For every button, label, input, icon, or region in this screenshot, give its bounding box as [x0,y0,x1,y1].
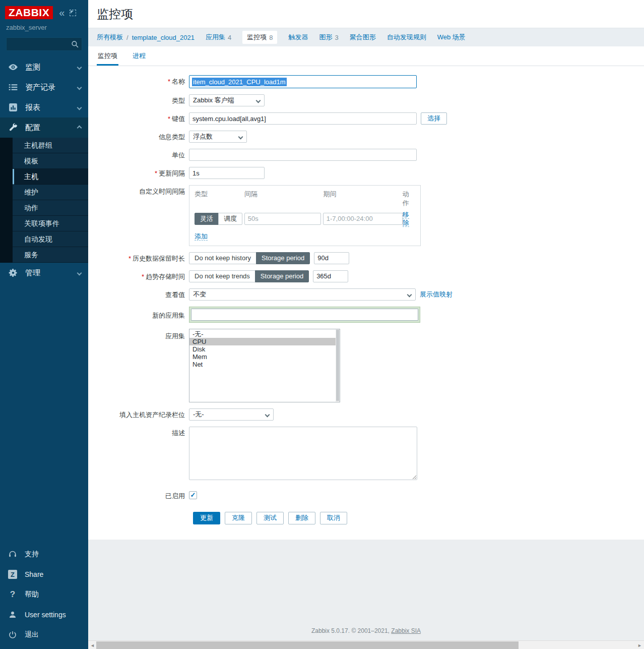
app-window: ZABBIX « zabbix_server 监测 资产记录 报表 [0,0,644,649]
required-mark: * [155,169,157,177]
scrollbar-thumb[interactable] [96,641,519,649]
delete-button[interactable]: 删除 [288,512,315,524]
nav-applications[interactable]: 应用集 4 [206,33,231,42]
history-period-field[interactable] [314,252,349,264]
form-row-description: 描述 [88,427,644,480]
type-label: 类型 [172,97,185,104]
scheduling-toggle[interactable]: 调度 [218,213,242,225]
nav-count: 3 [335,34,338,41]
listbox-scrollbar[interactable] [336,329,340,402]
sidebar-item-actions[interactable]: 动作 [0,200,88,216]
form-row-type: 类型 Zabbix 客户端 [88,94,644,106]
inventory-field-select[interactable]: -无- [189,408,274,421]
search-icon[interactable] [71,40,79,48]
sidebar-item-monitoring[interactable]: 监测 [0,57,88,77]
nav-triggers[interactable]: 触发器 [288,33,308,42]
tab-item[interactable]: 监控项 [97,46,118,66]
nav-web-scenarios[interactable]: Web 场景 [437,33,466,42]
trends-off-toggle[interactable]: Do not keep trends [189,270,255,282]
flexible-toggle[interactable]: 灵活 [195,213,219,225]
test-button[interactable]: 测试 [256,512,284,524]
nav-graphs[interactable]: 图形 3 [319,33,338,42]
form-row-new-application: 新的应用集 [88,307,644,323]
application-option-disk[interactable]: Disk [189,345,336,353]
sidebar-item-hosts[interactable]: 主机 [0,169,88,185]
sidebar-item-maintenance[interactable]: 维护 [0,185,88,200]
sidebar-item-administration[interactable]: 管理 [0,263,88,283]
trends-on-toggle[interactable]: Storage period [255,270,309,282]
info-type-select[interactable]: 浮点数 [189,131,247,143]
show-value-select[interactable]: 不变 [189,288,416,301]
nav-screens[interactable]: 聚合图形 [350,33,376,42]
breadcrumb-all-templates[interactable]: 所有模板 [97,33,123,42]
sidebar-item-label: 退出 [25,630,39,639]
sidebar-item-label: User settings [25,611,66,619]
horizontal-scrollbar[interactable]: ◄ ► [88,640,644,649]
sidebar-item-help[interactable]: ? 帮助 [0,584,88,605]
history-off-toggle[interactable]: Do not keep history [189,252,256,264]
chevron-down-icon [77,105,82,110]
enabled-checkbox[interactable]: ✓ [189,491,197,499]
interval-field[interactable] [244,213,321,225]
required-mark: * [142,273,144,280]
type-select[interactable]: Zabbix 客户端 [189,94,265,106]
zabbix-sia-link[interactable]: Zabbix SIA [391,627,421,634]
sidebar-item-discovery[interactable]: 自动发现 [0,231,88,247]
sidebar-item-configuration[interactable]: 配置 [0,117,88,138]
sidebar-item-reports[interactable]: 报表 [0,97,88,117]
key-select-button[interactable]: 选择 [421,112,447,125]
nav-items[interactable]: 监控项 8 [242,31,277,44]
name-field[interactable]: item_cloud_2021_CPU_load1m [189,75,417,88]
show-value-label: 查看值 [165,291,185,299]
form-row-inventory-field: 填入主机资产纪录栏位 -无- [88,408,644,421]
wrench-icon [8,123,18,133]
hide-sidebar-icon[interactable] [70,10,76,16]
application-option-cpu[interactable]: CPU [189,338,336,345]
sidebar-item-host-groups[interactable]: 主机群组 [0,138,88,153]
scroll-right-arrow[interactable]: ► [636,641,643,649]
description-label: 描述 [172,429,185,437]
add-interval-link[interactable]: 添加 [195,232,208,241]
update-button[interactable]: 更新 [193,512,220,524]
page-title: 监控项 [88,0,644,28]
breadcrumb: 所有模板 / template_cloud_2021 [97,33,195,42]
sidebar-item-share[interactable]: Z Share [0,564,88,584]
show-value-mappings-link[interactable]: 展示值映射 [420,290,453,299]
sidebar-bottom-menu: 支持 Z Share ? 帮助 User settings 退出 [0,544,88,649]
application-option-net[interactable]: Net [189,361,336,368]
sidebar-item-inventory[interactable]: 资产记录 [0,77,88,97]
application-option-mem[interactable]: Mem [189,353,336,361]
application-option-none[interactable]: -无- [189,330,336,338]
sidebar-item-services[interactable]: 服务 [0,247,88,263]
sidebar-item-user-settings[interactable]: User settings [0,605,88,625]
key-field[interactable] [189,112,417,125]
nav-count: 4 [228,34,231,41]
sidebar-item-label: 帮助 [25,590,39,599]
tab-preprocessing[interactable]: 进程 [132,46,147,66]
gear-icon [8,268,18,278]
remove-interval-link[interactable]: 移除 [403,211,409,227]
nav-discovery-rules[interactable]: 自动发现规则 [387,33,426,42]
required-mark: * [128,255,131,262]
sidebar-item-support[interactable]: 支持 [0,544,88,564]
sidebar-item-event-correlation[interactable]: 关联项事件 [0,216,88,231]
cancel-button[interactable]: 取消 [320,512,347,524]
trends-period-field[interactable] [313,270,348,282]
new-application-field[interactable] [191,309,418,321]
listbox-scrollbar-thumb[interactable] [336,330,339,401]
period-field[interactable] [323,213,403,225]
breadcrumb-template-name[interactable]: template_cloud_2021 [132,34,195,41]
zabbix-logo[interactable]: ZABBIX [5,6,53,19]
units-field[interactable] [189,149,417,161]
sidebar-item-sign-out[interactable]: 退出 [0,625,88,645]
history-on-toggle[interactable]: Storage period [256,252,310,264]
scroll-left-arrow[interactable]: ◄ [89,641,96,649]
applications-listbox[interactable]: -无- CPU Disk Mem Net [189,329,340,402]
clone-button[interactable]: 克隆 [225,512,252,524]
col-interval: 间隔 [244,190,323,208]
configuration-submenu: 主机群组 模板 主机 维护 动作 关联项事件 自动发现 服务 [0,138,88,263]
update-interval-field[interactable] [189,167,265,179]
description-field[interactable] [189,427,417,480]
sidebar-item-templates[interactable]: 模板 [0,153,88,169]
collapse-sidebar-icon[interactable]: « [59,8,65,18]
